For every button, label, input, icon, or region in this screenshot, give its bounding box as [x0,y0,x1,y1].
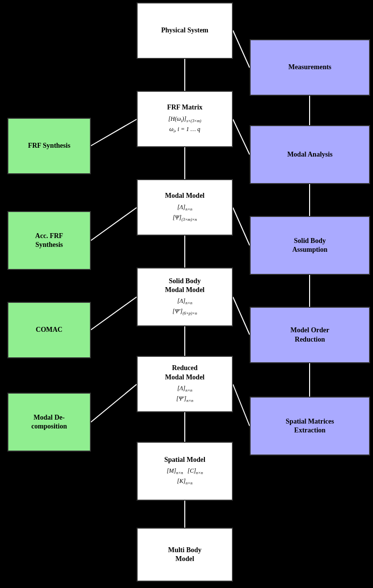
modal-decomposition-box: Modal De-composition [7,393,91,452]
measurements-label: Measurements [288,63,332,72]
svg-line-7 [233,119,250,155]
modal-model-content: [Λ]n×n [Ψ](3×m)×n [172,203,197,223]
solid-body-assumption-label: Solid BodyAssumption [292,237,328,254]
modal-decomposition-label: Modal De-composition [31,413,67,431]
solid-body-modal-model-content: [Λ]n×n [Ψ′](6×p)×n [172,296,197,317]
model-order-reduction-box: Model OrderReduction [250,307,370,363]
spatial-matrices-extraction-label: Spatial MatricesExtraction [286,417,334,435]
modal-analysis-label: Modal Analysis [287,150,332,159]
svg-line-8 [233,208,250,245]
physical-system-box: Physical System [137,2,233,59]
reduced-modal-model-label: ReducedModal Model [165,364,205,381]
svg-line-11 [91,119,137,146]
modal-analysis-box: Modal Analysis [250,125,370,184]
measurements-box: Measurements [250,39,370,96]
solid-body-modal-model-label: Solid BodyModal Model [165,277,205,294]
multi-body-model-box: Multi BodyModel [137,528,233,582]
frf-matrix-label: FRF Matrix [167,103,202,112]
comac-box: COMAC [7,302,91,358]
solid-body-modal-model-box: Solid BodyModal Model [Λ]n×n [Ψ′](6×p)×n [137,267,233,326]
frf-matrix-content: [H(ωi)]s×(3×m) ωi, i = 1 … q [168,114,201,135]
frf-synthesis-box: FRF Synthesis [7,118,91,174]
multi-body-model-label: Multi BodyModel [168,546,201,563]
svg-line-10 [233,384,250,426]
svg-line-13 [91,297,137,330]
reduced-modal-model-content: [Λ]n×n [Ψ′]n×n [176,384,193,404]
diagram-container: Physical System FRF Matrix [H(ωi)]s×(3×m… [0,0,373,588]
spatial-matrices-extraction-box: Spatial MatricesExtraction [250,397,370,455]
acc-frf-synthesis-label: Acc. FRFSynthesis [35,232,63,249]
spatial-model-box: Spatial Model [M]n×n [C]n×n [K]n×n [137,442,233,501]
physical-system-label: Physical System [161,26,208,35]
spatial-model-content: [M]n×n [C]n×n [K]n×n [167,466,203,487]
model-order-reduction-label: Model OrderReduction [290,326,329,344]
frf-synthesis-label: FRF Synthesis [28,141,70,150]
spatial-model-label: Spatial Model [164,455,205,464]
modal-model-box: Modal Model [Λ]n×n [Ψ](3×m)×n [137,179,233,236]
solid-body-assumption-box: Solid BodyAssumption [250,216,370,275]
svg-line-6 [233,30,250,68]
svg-line-12 [91,208,137,241]
svg-line-9 [233,297,250,335]
reduced-modal-model-box: ReducedModal Model [Λ]n×n [Ψ′]n×n [137,356,233,412]
svg-line-14 [91,384,137,422]
comac-label: COMAC [36,325,62,334]
acc-frf-synthesis-box: Acc. FRFSynthesis [7,211,91,270]
frf-matrix-box: FRF Matrix [H(ωi)]s×(3×m) ωi, i = 1 … q [137,91,233,147]
modal-model-label: Modal Model [165,191,205,200]
